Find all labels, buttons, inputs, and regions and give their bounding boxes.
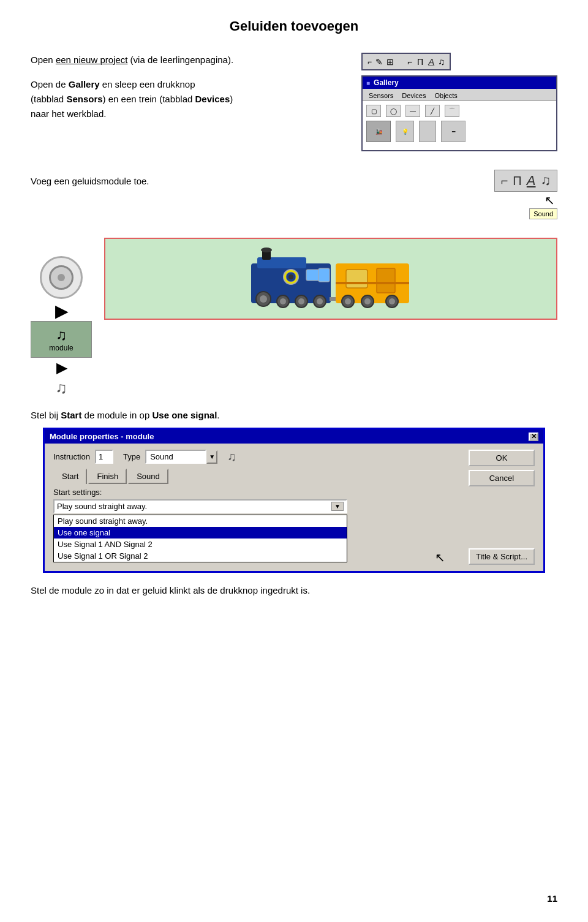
- svg-rect-20: [346, 270, 368, 288]
- module-music-note: ♫: [56, 327, 67, 343]
- ok-button[interactable]: OK: [469, 450, 535, 466]
- gallery-train-1[interactable]: 🚂: [366, 121, 391, 142]
- svg-point-7: [288, 274, 293, 279]
- speaker-icon: [40, 256, 83, 299]
- sound-toolbar: ⌐ Π A ♫: [494, 170, 557, 192]
- gallery-icon-2[interactable]: ◯: [386, 105, 401, 117]
- module-box: ♫ module: [31, 321, 92, 358]
- svg-point-13: [280, 298, 286, 304]
- start-settings-label: Start settings:: [53, 488, 458, 497]
- dialog-titlebar: Module properties - module ✕: [45, 429, 543, 444]
- title-script-button[interactable]: Title & Script...: [469, 548, 535, 565]
- gallery-icon-4[interactable]: ╱: [425, 105, 440, 117]
- gallery-title: Gallery: [374, 78, 399, 87]
- dialog-tabs: Start Finish Sound: [53, 469, 458, 484]
- svg-point-26: [364, 298, 371, 304]
- tab-finish[interactable]: Finish: [88, 469, 127, 484]
- dialog-close-button[interactable]: ✕: [529, 433, 538, 441]
- toolbar-icon-bracket: ⌐ Π: [407, 57, 424, 67]
- arrow-down-icon: ▶: [56, 360, 67, 376]
- speaker-dot: [58, 274, 65, 281]
- train-svg: [245, 245, 417, 312]
- instruction-input[interactable]: [95, 450, 113, 464]
- svg-point-4: [261, 248, 272, 252]
- dialog-body: Instruction Type Sound ▼ ♫ Start Finish …: [45, 444, 543, 571]
- module-properties-dialog: Module properties - module ✕ Instruction…: [43, 428, 545, 573]
- module-label: module: [41, 344, 81, 352]
- type-select-area: Sound ▼: [145, 450, 217, 464]
- sound-cursor-area: ↖ Sound: [511, 193, 557, 219]
- gallery-row-2: 🚂 💡 ━: [366, 121, 552, 142]
- sound-instruction: Voeg een geluidsmodule toe.: [31, 176, 482, 186]
- gallery-row-1: ▢ ◯ — ╱ ⌒: [366, 105, 552, 117]
- dropdown-item-2[interactable]: Use Signal 1 AND Signal 2: [54, 538, 347, 550]
- gallery-icon-1[interactable]: ▢: [366, 105, 381, 117]
- sound-icon-music: ♫: [541, 173, 551, 189]
- tab-objects[interactable]: Objects: [431, 91, 461, 100]
- svg-rect-21: [377, 268, 395, 293]
- svg-point-17: [317, 298, 323, 304]
- gallery-lamp[interactable]: 💡: [396, 121, 414, 142]
- stel-text: Stel bij Start de module in op Use one s…: [31, 410, 557, 420]
- workspace-area: ▶ ♫ module ▶ ♫: [31, 238, 557, 398]
- toolbar-icon-pencil: ✎: [375, 57, 383, 67]
- standalone-music-note: ♫: [55, 379, 67, 398]
- gallery-item-3[interactable]: [419, 121, 436, 142]
- instruction-label: Instruction: [53, 452, 90, 461]
- gallery-train-2[interactable]: ━: [441, 121, 466, 142]
- svg-point-24: [345, 298, 351, 304]
- speaker-inner: [49, 265, 74, 290]
- tab-start[interactable]: Start: [53, 469, 87, 484]
- gallery-icon-3[interactable]: —: [405, 105, 420, 117]
- workspace-left: ▶ ♫ module ▶ ♫: [31, 238, 92, 398]
- svg-point-11: [260, 295, 267, 303]
- tab-sensors[interactable]: Sensors: [365, 91, 397, 100]
- sound-tooltip: Sound: [529, 208, 557, 219]
- svg-point-15: [298, 298, 304, 304]
- train-area: [104, 238, 557, 320]
- dropdown-item-3[interactable]: Use Signal 1 OR Signal 2: [54, 550, 347, 562]
- svg-rect-22: [336, 282, 409, 284]
- page-title: Geluiden toevoegen: [31, 18, 557, 34]
- page-number: 11: [547, 893, 557, 904]
- cancel-button[interactable]: Cancel: [469, 470, 535, 486]
- stel-section: Stel bij Start de module in op Use one s…: [31, 410, 557, 573]
- tab-sound[interactable]: Sound: [128, 469, 168, 484]
- workspace-right: [104, 238, 557, 320]
- sound-icon-A: A: [527, 173, 536, 189]
- dialog-title: Module properties - module: [50, 432, 154, 441]
- gallery-tabs[interactable]: Sensors Devices Objects: [363, 89, 556, 101]
- toolbar-screenshot: ⌐ ✎ ⊞ ⌐ Π A ♫: [361, 53, 451, 70]
- dialog-cursor-icon: ↖: [435, 551, 445, 564]
- sound-toolbar-area: ⌐ Π A ♫ ↖ Sound: [494, 170, 557, 219]
- sound-icon-bracket2: Π: [513, 174, 521, 188]
- type-arrow[interactable]: ▼: [206, 450, 217, 464]
- sound-section: Voeg een geluidsmodule toe. ⌐ Π A ♫ ↖ So…: [31, 170, 557, 219]
- dropdown-value: Play sound straight away.: [57, 502, 147, 511]
- music-note-icon: ♫: [227, 450, 236, 464]
- intro-line1: Open een nieuw project (via de leerlinge…: [31, 53, 349, 67]
- arrow-area: ▶: [55, 302, 67, 321]
- toolbar-icon-A: A: [428, 56, 434, 67]
- bottom-text: Stel de module zo in dat er geluid klink…: [31, 585, 557, 595]
- type-select[interactable]: Sound: [145, 450, 206, 464]
- gallery-titlebar: Gallery: [363, 77, 556, 89]
- dropdown-item-0[interactable]: Play sound straight away.: [54, 515, 347, 527]
- svg-point-28: [389, 298, 395, 304]
- intro-line2: Open de Gallery en sleep een drukknop (t…: [31, 77, 349, 121]
- type-label: Type: [123, 452, 140, 461]
- sound-text: Voeg een geluidsmodule toe.: [31, 170, 482, 186]
- dropdown-arrow-btn[interactable]: ▼: [331, 502, 344, 511]
- dropdown-current[interactable]: Play sound straight away. ▼: [53, 499, 347, 513]
- dropdown-item-1[interactable]: Use one signal: [54, 527, 347, 538]
- svg-rect-8: [306, 270, 320, 281]
- dialog-sidebar: OK Cancel Title & Script...: [464, 450, 535, 565]
- sound-icon-bracket1: ⌐: [501, 174, 508, 188]
- module-arrow-area: ▶ ♫: [55, 360, 67, 398]
- gallery-icon-5[interactable]: ⌒: [445, 105, 459, 117]
- arrow-right-icon: ▶: [55, 302, 67, 321]
- svg-rect-9: [318, 268, 330, 282]
- gallery-window: Gallery Sensors Devices Objects ▢ ◯ — ╱ …: [361, 75, 557, 151]
- tab-devices[interactable]: Devices: [398, 91, 429, 100]
- dropdown-list: Play sound straight away. Use one signal…: [53, 515, 347, 562]
